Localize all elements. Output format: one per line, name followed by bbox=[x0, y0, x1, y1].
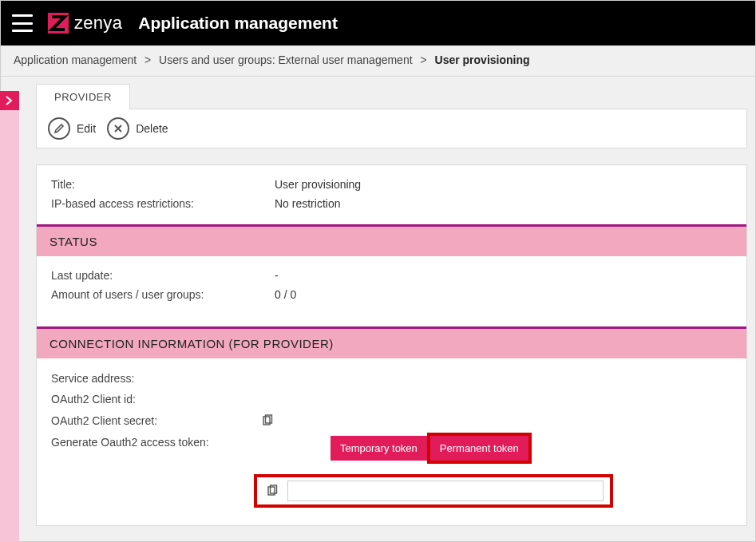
service-address-row: Service address: bbox=[51, 368, 732, 389]
breadcrumb-sep: > bbox=[144, 53, 151, 66]
client-id-label: OAuth2 Client id: bbox=[51, 393, 259, 406]
generate-token-row: Generate Oauth2 access token: Temporary … bbox=[51, 432, 732, 465]
service-address-label: Service address: bbox=[51, 372, 259, 385]
title-row: Title: User provisioning bbox=[51, 175, 732, 194]
client-secret-label: OAuth2 Client secret: bbox=[51, 414, 259, 427]
expand-sidebar-button[interactable] bbox=[0, 91, 19, 110]
brand-logo-icon bbox=[47, 12, 69, 34]
breadcrumb-sep: > bbox=[420, 53, 426, 66]
ip-restriction-row: IP-based access restrictions: No restric… bbox=[51, 194, 732, 213]
topbar: zenya Application management bbox=[1, 1, 755, 45]
last-update-row: Last update: - bbox=[51, 266, 732, 285]
sidebar-collapsed-strip bbox=[0, 110, 19, 542]
token-buttons: Temporary token Permanent token bbox=[331, 436, 528, 461]
page-title: Application management bbox=[138, 14, 338, 33]
generate-token-label: Generate Oauth2 access token: bbox=[51, 436, 259, 449]
delete-button[interactable]: Delete bbox=[107, 117, 168, 140]
title-label: Title: bbox=[51, 178, 275, 191]
last-update-value: - bbox=[275, 269, 732, 282]
status-header: STATUS bbox=[37, 227, 746, 256]
title-value: User provisioning bbox=[275, 178, 732, 191]
permanent-token-button[interactable]: Permanent token bbox=[430, 436, 528, 461]
main-content: PROVIDER Edit Delete Title: User provisi… bbox=[31, 77, 755, 534]
user-count-value: 0 / 0 bbox=[275, 288, 732, 301]
ip-restriction-label: IP-based access restrictions: bbox=[51, 197, 275, 210]
user-count-row: Amount of users / user groups: 0 / 0 bbox=[51, 285, 732, 304]
edit-button[interactable]: Edit bbox=[48, 117, 96, 140]
last-update-label: Last update: bbox=[51, 269, 275, 282]
breadcrumb-item[interactable]: Users and user groups: External user man… bbox=[159, 53, 413, 66]
toolbar: Edit Delete bbox=[36, 109, 747, 148]
x-icon bbox=[107, 117, 129, 140]
breadcrumb-current: User provisioning bbox=[435, 53, 530, 66]
client-id-row: OAuth2 Client id: bbox=[51, 389, 732, 409]
tab-row: PROVIDER bbox=[36, 83, 747, 109]
pencil-icon bbox=[48, 117, 70, 140]
details-panel: Title: User provisioning IP-based access… bbox=[36, 164, 747, 526]
connection-header: CONNECTION INFORMATION (FOR PROVIDER) bbox=[37, 329, 746, 358]
copy-icon[interactable] bbox=[265, 484, 279, 498]
brand-name: zenya bbox=[74, 13, 122, 34]
edit-label: Edit bbox=[77, 122, 96, 135]
hamburger-menu-icon[interactable] bbox=[12, 14, 33, 32]
breadcrumb-item[interactable]: Application management bbox=[14, 53, 137, 66]
delete-label: Delete bbox=[136, 122, 168, 135]
client-secret-row: OAuth2 Client secret: bbox=[51, 409, 732, 432]
temporary-token-button[interactable]: Temporary token bbox=[331, 436, 427, 461]
breadcrumb: Application management > Users and user … bbox=[1, 45, 755, 77]
token-output-field[interactable] bbox=[287, 481, 604, 501]
copy-icon[interactable] bbox=[260, 413, 275, 428]
token-output-highlight bbox=[254, 474, 613, 508]
ip-restriction-value: No restriction bbox=[275, 197, 732, 210]
user-count-label: Amount of users / user groups: bbox=[51, 288, 275, 301]
tab-provider[interactable]: PROVIDER bbox=[36, 84, 130, 109]
